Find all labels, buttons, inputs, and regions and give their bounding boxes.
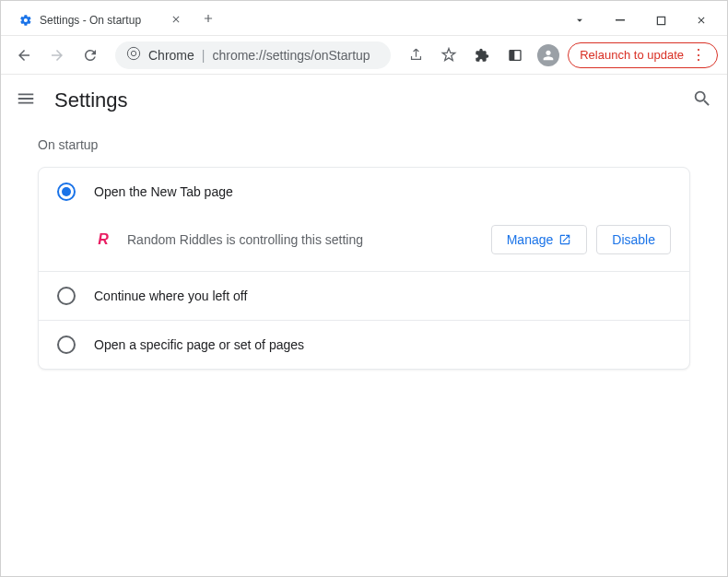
extension-control-row: R Random Riddles is controlling this set… <box>39 216 689 271</box>
tab-title: Settings - On startup <box>40 14 141 27</box>
content-area: On startup Open the New Tab page R Rando… <box>1 126 727 381</box>
extension-control-text: Random Riddles is controlling this setti… <box>127 232 363 247</box>
relaunch-button[interactable]: Relaunch to update ⋮ <box>568 42 718 68</box>
extension-app-icon: R <box>94 230 112 249</box>
radio-label: Open the New Tab page <box>94 184 233 199</box>
radio-open-new-tab[interactable]: Open the New Tab page <box>39 168 689 216</box>
radio-continue[interactable]: Continue where you left off <box>39 272 689 320</box>
svg-rect-0 <box>616 19 625 21</box>
search-icon[interactable] <box>692 88 712 112</box>
omnibox-separator: | <box>202 48 205 63</box>
relaunch-label: Relaunch to update <box>580 48 684 62</box>
toolbar: Chrome | chrome://settings/onStartup Rel… <box>1 36 727 75</box>
disable-button[interactable]: Disable <box>596 225 671 254</box>
menu-icon[interactable] <box>16 88 36 112</box>
radio-icon <box>57 336 76 354</box>
manage-label: Manage <box>507 232 554 247</box>
startup-card: Open the New Tab page R Random Riddles i… <box>38 167 690 370</box>
manage-button[interactable]: Manage <box>491 225 588 254</box>
share-icon[interactable] <box>402 41 429 69</box>
svg-point-2 <box>127 47 139 59</box>
settings-header: Settings <box>1 75 727 126</box>
radio-label: Open a specific page or set of pages <box>94 337 304 352</box>
radio-selected-icon <box>57 183 76 201</box>
address-bar[interactable]: Chrome | chrome://settings/onStartup <box>115 41 391 69</box>
open-external-icon <box>558 233 571 246</box>
gear-icon <box>19 14 32 27</box>
reload-button[interactable] <box>76 41 104 69</box>
back-button[interactable] <box>10 41 38 69</box>
omnibox-prefix: Chrome <box>148 48 194 63</box>
svg-rect-1 <box>657 17 664 24</box>
close-button[interactable] <box>683 8 720 32</box>
svg-point-3 <box>131 51 135 55</box>
titlebar: Settings - On startup <box>1 1 727 36</box>
radio-specific-pages[interactable]: Open a specific page or set of pages <box>39 321 689 369</box>
forward-button[interactable] <box>43 41 71 69</box>
page-title: Settings <box>54 88 128 112</box>
maximize-button[interactable] <box>642 8 679 32</box>
disable-label: Disable <box>612 232 655 247</box>
radio-label: Continue where you left off <box>94 288 247 303</box>
bookmark-icon[interactable] <box>435 41 463 69</box>
more-icon: ⋮ <box>691 48 706 63</box>
profile-avatar[interactable] <box>534 41 562 69</box>
close-icon[interactable] <box>170 13 182 28</box>
extensions-icon[interactable] <box>468 41 496 69</box>
svg-rect-5 <box>510 50 514 60</box>
chrome-icon <box>126 46 141 64</box>
omnibox-path: chrome://settings/onStartup <box>212 48 370 63</box>
window-controls <box>561 1 727 32</box>
chevron-down-icon[interactable] <box>561 8 598 32</box>
radio-icon <box>57 287 76 305</box>
new-tab-button[interactable] <box>193 5 224 35</box>
sidepanel-icon[interactable] <box>501 41 529 69</box>
extension-actions: Manage Disable <box>491 225 671 254</box>
browser-tab[interactable]: Settings - On startup <box>8 6 193 35</box>
browser-window: Settings - On startup <box>0 0 728 577</box>
section-title: On startup <box>38 137 690 152</box>
minimize-button[interactable] <box>602 8 639 32</box>
